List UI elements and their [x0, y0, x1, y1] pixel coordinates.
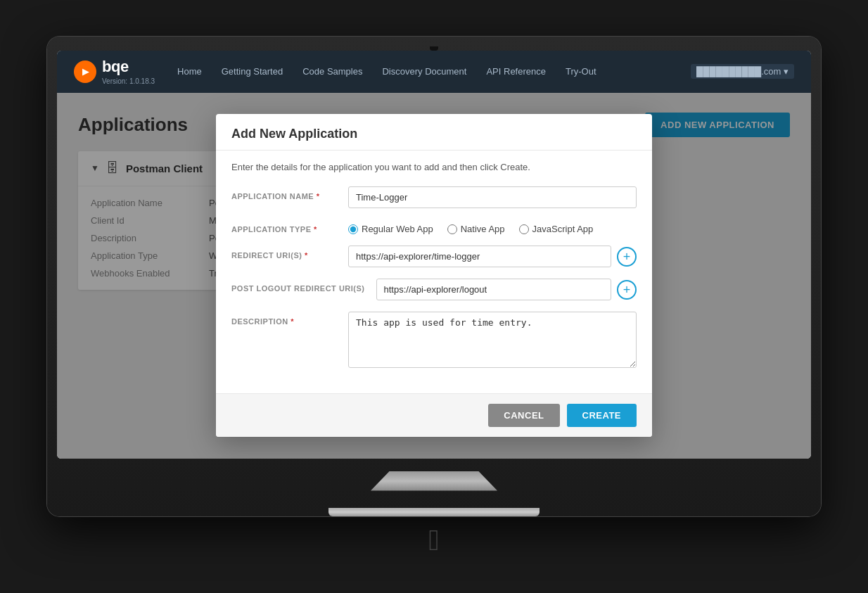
required-star-3: * — [305, 251, 308, 260]
form-row-redirect: REDIRECT URI(S) * + — [231, 246, 637, 267]
post-logout-row: + — [376, 279, 637, 300]
form-row-app-type: APPLICATION TYPE * Regular Web App — [231, 219, 637, 234]
label-description: DESCRIPTION * — [231, 312, 337, 326]
redirect-uri-input[interactable] — [348, 246, 611, 267]
nav-code-samples[interactable]: Code Samples — [302, 63, 362, 79]
radio-group: Regular Web App Native App — [348, 219, 637, 234]
nav-discovery-document[interactable]: Discovery Document — [382, 63, 466, 79]
modal-title: Add New Application — [231, 127, 637, 141]
label-redirect: REDIRECT URI(S) * — [231, 246, 337, 260]
radio-javascript-app-label: JavaScript App — [532, 224, 594, 234]
navbar: bqe Version: 1.0.18.3 Home Getting Start… — [57, 51, 811, 93]
monitor-stand — [371, 471, 497, 491]
app-name-input[interactable] — [348, 186, 637, 208]
label-app-type: APPLICATION TYPE * — [231, 219, 337, 234]
required-star: * — [317, 192, 320, 200]
required-star-2: * — [314, 225, 317, 234]
play-icon — [74, 60, 96, 83]
post-logout-input[interactable] — [376, 279, 612, 300]
radio-native-app-input[interactable] — [447, 224, 457, 234]
modal-header: Add New Application — [216, 114, 652, 151]
modal-body: Enter the details for the application yo… — [216, 151, 652, 393]
monitor-notch — [430, 46, 438, 51]
create-button[interactable]: CREATE — [567, 404, 637, 427]
description-control: This app is used for time entry. — [348, 312, 637, 371]
monitor-screen: bqe Version: 1.0.18.3 Home Getting Start… — [57, 51, 811, 459]
form-row-post-logout: POST LOGOUT REDIRECT URI(S) + — [231, 279, 637, 300]
monitor-frame: bqe Version: 1.0.18.3 Home Getting Start… — [47, 37, 821, 516]
label-app-name: APPLICATION NAME * — [231, 186, 337, 200]
logo-area: bqe Version: 1.0.18.3 — [74, 58, 155, 85]
cancel-button[interactable]: CANCEL — [488, 404, 559, 427]
logo-text: bqe — [102, 58, 155, 76]
label-post-logout: POST LOGOUT REDIRECT URI(S) — [231, 279, 365, 293]
nav-links: Home Getting Started Code Samples Discov… — [177, 63, 691, 79]
app-name-control — [348, 186, 637, 208]
post-logout-control: + — [376, 279, 637, 300]
nav-account[interactable]: ██████████.com ▾ — [691, 64, 794, 79]
redirect-row: + — [348, 246, 637, 267]
radio-javascript-app[interactable]: JavaScript App — [519, 224, 594, 234]
nav-try-out[interactable]: Try-Out — [566, 63, 596, 79]
version-text: Version: 1.0.18.3 — [102, 77, 155, 85]
nav-home[interactable]: Home — [177, 63, 202, 79]
modal-overlay: Add New Application Enter the details fo… — [57, 93, 811, 459]
monitor-base — [328, 508, 540, 516]
logo-wrapper: bqe Version: 1.0.18.3 — [102, 58, 155, 85]
description-textarea[interactable]: This app is used for time entry. — [348, 312, 637, 368]
apple-logo-icon:  — [428, 523, 439, 557]
radio-native-app[interactable]: Native App — [447, 224, 505, 234]
radio-regular-web-app-label: Regular Web App — [362, 224, 433, 234]
form-row-app-name: APPLICATION NAME * — [231, 186, 637, 208]
nav-getting-started[interactable]: Getting Started — [222, 63, 283, 79]
app-content: bqe Version: 1.0.18.3 Home Getting Start… — [57, 51, 811, 459]
apple-footer — [57, 459, 811, 508]
modal-description: Enter the details for the application yo… — [231, 162, 637, 172]
app-type-control: Regular Web App Native App — [348, 219, 637, 234]
redirect-control: + — [348, 246, 637, 267]
add-redirect-button[interactable]: + — [617, 247, 637, 267]
radio-regular-web-app[interactable]: Regular Web App — [348, 224, 433, 234]
modal: Add New Application Enter the details fo… — [216, 114, 652, 437]
add-post-logout-button[interactable]: + — [617, 280, 637, 300]
radio-javascript-app-input[interactable] — [519, 224, 529, 234]
radio-regular-web-app-input[interactable] — [348, 224, 358, 234]
radio-native-app-label: Native App — [461, 224, 505, 234]
main-area: Applications ADD NEW APPLICATION ▼ 🗄 Pos… — [57, 93, 811, 459]
form-row-description: DESCRIPTION * This app is used for time … — [231, 312, 637, 371]
required-star-4: * — [291, 317, 294, 326]
nav-api-reference[interactable]: API Reference — [486, 63, 546, 79]
modal-footer: CANCEL CREATE — [216, 393, 652, 437]
account-label: ██████████.com ▾ — [691, 64, 794, 79]
